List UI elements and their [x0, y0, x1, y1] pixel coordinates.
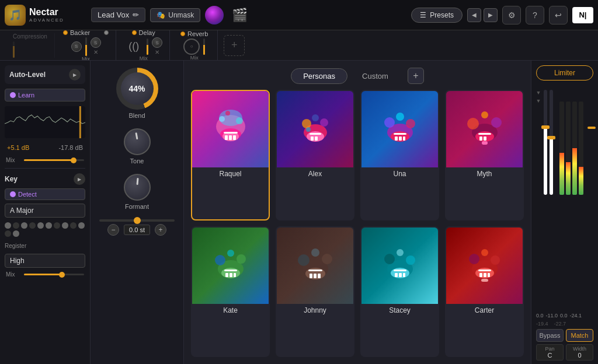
- backer-knob[interactable]: S: [71, 41, 82, 52]
- personas-tab[interactable]: Personas: [291, 68, 347, 84]
- fader-1[interactable]: [544, 90, 547, 195]
- persona-card-kate[interactable]: Kate: [191, 226, 270, 357]
- persona-name-carter: Carter: [475, 304, 494, 318]
- width-label: Width: [573, 346, 586, 352]
- pan-control[interactable]: Pan C: [536, 344, 564, 360]
- register-row: Register: [5, 242, 85, 250]
- custom-tab[interactable]: Custom: [350, 68, 401, 84]
- svg-rect-59: [394, 270, 406, 271]
- undo-button[interactable]: ↩: [549, 6, 568, 24]
- bypass-match-row: Bypass Match: [536, 329, 593, 342]
- svg-rect-71: [488, 273, 490, 277]
- backer-s-knob[interactable]: S: [91, 37, 101, 48]
- svg-rect-32: [478, 133, 491, 135]
- next-arrow[interactable]: ▶: [484, 8, 498, 22]
- svg-rect-33: [479, 136, 482, 141]
- persona-card-una[interactable]: Una: [360, 90, 439, 220]
- nav-arrows: ◀ ▶: [467, 8, 498, 22]
- svg-point-36: [491, 117, 502, 128]
- backer-mix-label: Mix: [82, 56, 90, 61]
- persona-card-johnny[interactable]: Johnny: [276, 226, 354, 357]
- svg-rect-51: [310, 274, 312, 278]
- reverb-fader[interactable]: [203, 38, 205, 55]
- unmask-button[interactable]: 🎭 Unmask: [150, 8, 200, 22]
- delay-module[interactable]: Delay (() S ✕ Mix: [117, 30, 170, 61]
- reverb-dot: [180, 32, 185, 36]
- persona-img-una: [361, 91, 438, 167]
- blend-knob[interactable]: 44%: [116, 68, 158, 110]
- reverb-module[interactable]: Reverb ○ Mix: [171, 30, 218, 61]
- svg-rect-7: [233, 135, 236, 140]
- divider: [5, 168, 85, 169]
- learn-button[interactable]: Learn: [5, 89, 85, 102]
- compression-module[interactable]: Compression: [6, 33, 55, 58]
- mix-row: Mix: [5, 157, 85, 163]
- width-value: 0: [578, 352, 581, 359]
- backer-fader[interactable]: [85, 37, 87, 56]
- persona-grid: Raquel Alex: [191, 90, 524, 357]
- film-icon[interactable]: 🎬: [228, 8, 251, 23]
- svg-rect-75: [481, 279, 488, 282]
- persona-card-alex[interactable]: Alex: [276, 90, 354, 220]
- mix-slider-2[interactable]: [24, 274, 84, 275]
- add-module-btn[interactable]: +: [224, 35, 245, 56]
- backer-x-btn[interactable]: ✕: [93, 49, 98, 55]
- auto-level-play-btn[interactable]: ▶: [69, 69, 81, 80]
- persona-panel: Personas Custom +: [184, 61, 531, 364]
- add-persona-btn[interactable]: +: [408, 68, 424, 84]
- presets-icon: ☰: [420, 11, 426, 19]
- formant-knob[interactable]: [124, 174, 151, 201]
- fader-2[interactable]: [550, 90, 553, 195]
- svg-rect-68: [478, 270, 491, 271]
- svg-rect-53: [318, 274, 321, 278]
- track-label[interactable]: Lead Vox ✏: [91, 8, 145, 22]
- level-4: -24.1: [570, 313, 582, 318]
- delay-dot: [132, 30, 137, 35]
- delay-fader[interactable]: [147, 38, 148, 55]
- pitch-increase-btn[interactable]: +: [155, 224, 166, 236]
- svg-point-45: [215, 255, 225, 265]
- persona-card-stacey[interactable]: Stacey: [360, 226, 439, 357]
- mix-slider[interactable]: [24, 159, 84, 161]
- persona-name-alex: Alex: [308, 167, 322, 181]
- svg-rect-70: [484, 273, 486, 277]
- presets-button[interactable]: ☰ Presets: [411, 8, 463, 23]
- register-select[interactable]: High Mid Low: [5, 254, 85, 268]
- orb-icon[interactable]: [205, 6, 224, 24]
- help-button[interactable]: ?: [526, 6, 544, 24]
- key-play-btn[interactable]: ▶: [74, 173, 85, 185]
- limiter-button[interactable]: Limiter: [536, 65, 593, 80]
- persona-img-myth: [446, 91, 523, 167]
- svg-point-73: [491, 256, 500, 265]
- pitch-slider-track[interactable]: [99, 219, 175, 222]
- backer-module[interactable]: Backer S S ✕ Mix: [56, 30, 116, 61]
- settings-button[interactable]: ⚙: [502, 6, 521, 24]
- pitch-value: 0.0 st: [124, 225, 150, 235]
- width-control[interactable]: Width 0: [566, 344, 593, 360]
- svg-rect-23: [394, 133, 406, 135]
- detect-button[interactable]: Detect: [5, 188, 85, 200]
- pan-width-row: Pan C Width 0: [536, 344, 593, 360]
- svg-point-74: [481, 249, 488, 256]
- match-button[interactable]: Match: [566, 329, 593, 342]
- key-select[interactable]: A Major B Major C Major: [5, 204, 85, 218]
- persona-card-myth[interactable]: Myth: [445, 90, 524, 220]
- pan-value: C: [548, 352, 552, 359]
- bypass-button[interactable]: Bypass: [536, 329, 564, 342]
- svg-rect-15: [311, 136, 314, 141]
- pitch-decrease-btn[interactable]: −: [107, 224, 119, 236]
- level-negative: -17.8 dB: [58, 144, 83, 151]
- top-bar: 🎵 Nectar ADVANCED Lead Vox ✏ 🎭 Unmask 🎬 …: [0, 0, 598, 30]
- persona-card-raquel[interactable]: Raquel: [191, 90, 270, 220]
- edit-icon: ✏: [133, 10, 139, 19]
- persona-card-carter[interactable]: Carter: [445, 226, 524, 357]
- delay-s-knob[interactable]: S: [152, 37, 162, 48]
- persona-img-kate: [192, 228, 269, 304]
- level-3: 0.0: [560, 313, 568, 318]
- delay-x-btn[interactable]: ✕: [155, 49, 159, 55]
- svg-rect-26: [403, 136, 405, 141]
- tone-knob[interactable]: [124, 128, 151, 155]
- prev-arrow[interactable]: ◀: [467, 8, 481, 22]
- blend-label: Blend: [128, 112, 145, 119]
- app-subtitle: ADVANCED: [29, 18, 64, 23]
